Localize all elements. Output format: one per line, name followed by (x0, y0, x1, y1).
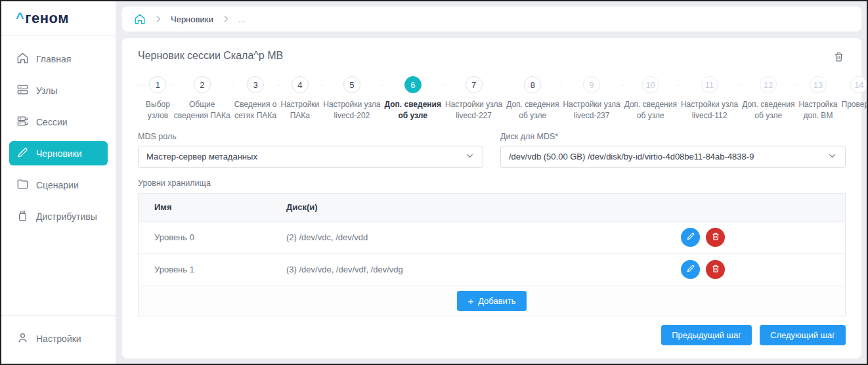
pencil-icon (686, 264, 695, 275)
user-icon (16, 332, 29, 346)
edit-level-button[interactable] (681, 260, 700, 279)
table-body: Уровень 0 (2) /dev/vdc, /dev/vdd Уровень… (139, 221, 845, 286)
step-label: Общие сведения ПАКа (174, 99, 230, 121)
step-label: Выбор узлов (146, 99, 170, 121)
app-window: ^геном Главная Узлы Сессии Черновики (1, 1, 867, 364)
wizard-step[interactable]: 9 Настройки узла livecd-237 (563, 76, 620, 121)
sidebar-item-label: Сессии (36, 117, 68, 127)
level-disks: (3) /dev/vde, /dev/vdf, /dev/vdg (286, 265, 681, 274)
level-disks: (2) /dev/vdc, /dev/vdd (286, 232, 681, 242)
sidebar-item-distributives[interactable]: Дистрибутивы (9, 204, 108, 228)
breadcrumb-item-drafts[interactable]: Черновики (171, 14, 213, 24)
sidebar-item-sessions[interactable]: Сессии (9, 110, 108, 134)
sidebar-item-settings[interactable]: Настройки (9, 326, 108, 351)
level-name: Уровень 1 (139, 265, 286, 274)
sidebar-item-label: Главная (36, 54, 71, 64)
mds-role-label: MDS роль (138, 132, 483, 141)
sidebar-item-label: Сценарии (36, 180, 79, 190)
table-row: Уровень 0 (2) /dev/vdc, /dev/vdd (139, 221, 845, 253)
step-number: 2 (194, 76, 211, 93)
mds-role-value: Мастер-сервер метаданных (146, 152, 257, 161)
next-step-button[interactable]: Следующий шаг (760, 325, 846, 345)
usb-drive-icon (16, 209, 29, 224)
wizard-step[interactable]: 10 Доп. сведения об узле (624, 76, 677, 121)
folder-icon (16, 178, 29, 192)
breadcrumb-ellipsis: ... (238, 14, 246, 24)
step-number: 3 (247, 76, 264, 93)
step-label: Настройки узла livecd-237 (563, 99, 620, 121)
mds-form: MDS роль Мастер-сервер метаданных Диск д… (138, 132, 846, 168)
chevron-down-icon (465, 151, 475, 163)
sidebar-item-label: Настройки (36, 333, 81, 344)
add-row: + Добавить (139, 286, 845, 316)
logo: ^геном (1, 1, 116, 36)
card-header: Черновик сессии Скала^р МВ (138, 50, 846, 66)
step-label: Настройки узла livecd-202 (323, 99, 380, 121)
previous-step-button[interactable]: Предыдущий шаг (661, 325, 752, 345)
sessions-icon (16, 115, 29, 129)
step-number: 5 (343, 76, 360, 93)
step-number: 4 (292, 76, 309, 93)
delete-level-button[interactable] (706, 228, 725, 247)
step-number: 12 (760, 76, 777, 93)
breadcrumb-home-icon[interactable] (134, 13, 146, 25)
storage-levels-label: Уровни хранилища (138, 179, 846, 188)
step-label: Доп. сведения об узле (506, 99, 559, 121)
step-number: 9 (583, 76, 600, 93)
table-row: Уровень 1 (3) /dev/vde, /dev/vdf, /dev/v… (139, 253, 845, 286)
step-label: Доп. сведения об узле (624, 99, 677, 121)
home-icon (16, 52, 29, 66)
sidebar-item-drafts[interactable]: Черновики (9, 141, 108, 165)
wizard-stepper: 1 Выбор узлов 2 Общие сведения ПАКа 3 Св… (138, 76, 846, 121)
pencil-icon (686, 232, 695, 243)
step-number: 11 (701, 76, 718, 93)
mds-disk-select[interactable]: /dev/vdb (50.00 GB) /dev/disk/by-id/virt… (500, 146, 846, 168)
sidebar-item-scenarios[interactable]: Сценарии (9, 173, 108, 197)
add-level-button[interactable]: + Добавить (457, 291, 526, 311)
column-header-name: Имя (139, 202, 286, 212)
logo-text: геном (25, 10, 69, 26)
add-level-label: Добавить (478, 296, 515, 306)
trash-icon (711, 232, 720, 243)
wizard-step[interactable]: 1 Выбор узлов (146, 76, 170, 121)
wizard-nav: Предыдущий шаг Следующий шаг (138, 325, 846, 345)
logo-caret: ^ (16, 10, 24, 26)
sidebar-item-nodes[interactable]: Узлы (9, 78, 108, 102)
step-number: 8 (524, 76, 541, 93)
sidebar-item-label: Дистрибутивы (36, 211, 97, 222)
mds-role-field: MDS роль Мастер-сервер метаданных (138, 132, 483, 168)
table-header: Имя Диск(и) (139, 194, 845, 221)
column-header-disks: Диск(и) (286, 202, 681, 212)
wizard-step[interactable]: 4 Настройки ПАКа (280, 76, 319, 121)
trash-icon (711, 264, 720, 275)
chevron-right-icon (154, 14, 163, 24)
pencil-icon (16, 146, 29, 161)
wizard-step[interactable]: 13 Настройка доп. ВМ (798, 76, 837, 121)
step-number: 13 (810, 76, 827, 93)
edit-level-button[interactable] (681, 228, 700, 247)
wizard-step[interactable]: 2 Общие сведения ПАКа (174, 76, 230, 121)
mds-disk-value: /dev/vdb (50.00 GB) /dev/disk/by-id/virt… (509, 152, 754, 161)
wizard-step[interactable]: 8 Доп. сведения об узле (506, 76, 559, 121)
delete-draft-button[interactable] (832, 50, 846, 66)
sidebar-item-label: Черновики (36, 148, 82, 159)
step-label: Настройки ПАКа (280, 99, 319, 121)
wizard-step[interactable]: 14 Проверка (842, 76, 868, 110)
level-name: Уровень 0 (139, 232, 286, 242)
sidebar-item-main[interactable]: Главная (9, 47, 108, 71)
mds-disk-field: Диск для MDS* /dev/vdb (50.00 GB) /dev/d… (500, 132, 846, 168)
wizard-step[interactable]: 7 Настройки узла livecd-227 (445, 76, 502, 121)
mds-role-select[interactable]: Мастер-сервер метаданных (138, 146, 483, 168)
step-number: 7 (466, 76, 483, 93)
page-title: Черновик сессии Скала^р МВ (138, 50, 283, 62)
wizard-step[interactable]: 3 Сведения о сетях ПАКа (234, 76, 277, 121)
wizard-step[interactable]: 11 Настройки узла livecd-112 (681, 76, 738, 121)
step-number: 1 (149, 76, 166, 93)
wizard-step[interactable]: 5 Настройки узла livecd-202 (323, 76, 380, 121)
wizard-step[interactable]: 6 Доп. сведения об узле (385, 76, 441, 121)
delete-level-button[interactable] (706, 260, 725, 279)
sidebar-nav: Главная Узлы Сессии Черновики Сценарии Д… (1, 36, 116, 236)
step-number: 14 (850, 76, 867, 93)
sidebar: ^геном Главная Узлы Сессии Черновики (1, 1, 116, 364)
wizard-step[interactable]: 12 Доп. сведения об узле (742, 76, 794, 121)
